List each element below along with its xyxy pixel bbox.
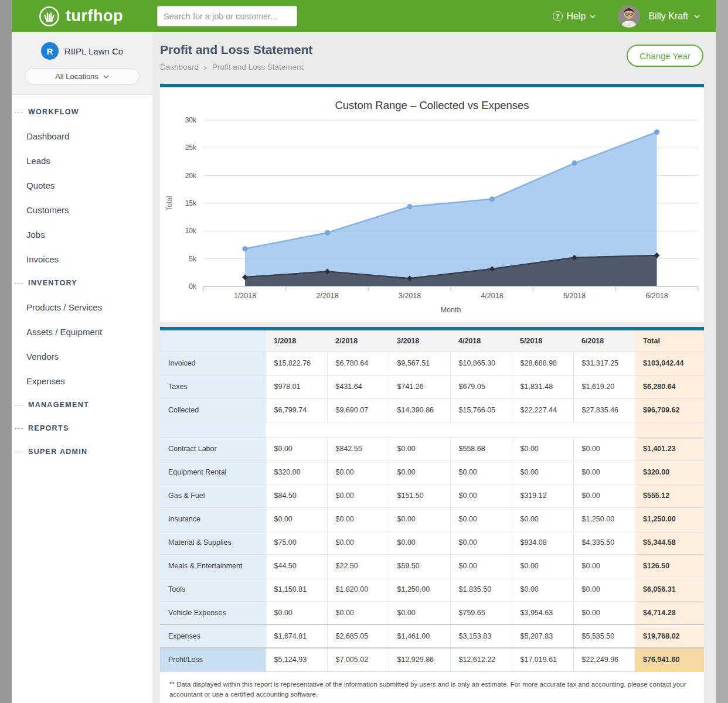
sidebar-item-customers[interactable]: Customers [12,197,152,222]
dashes-icon [15,428,23,429]
sidebar-section-super-admin[interactable]: SUPER ADMIN [12,440,152,463]
help-label: Help [567,11,586,22]
dashes-icon [15,112,23,112]
sidebar-item-leads[interactable]: Leads [12,148,152,173]
location-selector[interactable]: All Locations [25,68,140,85]
value-cell: $934.08 [512,531,573,554]
total-cell: $1,250.00 [635,507,704,531]
dashes-icon [15,283,23,284]
table-header-cell: 2/2018 [327,330,389,352]
user-chevron-down-icon[interactable] [694,13,700,19]
breadcrumb-separator-icon: › [204,62,207,72]
value-cell: $320.00 [266,460,327,484]
row-label: Meals & Entertainment [160,554,266,578]
total-cell: $4,714.28 [635,601,704,624]
table-row: Collected$6,799.74$9,690.07$14,390.86$15… [160,398,704,422]
sidebar-item-invoices[interactable]: Invoices [12,247,152,271]
chart-card: Custom Range – Collected vs Expenses 0k5… [160,84,704,322]
value-cell: $0.00 [512,437,573,460]
breadcrumb: Dashboard › Profit and Loss Statement [160,62,704,72]
total-cell: $103,042.44 [635,352,704,375]
dashes-icon [15,405,23,405]
value-cell: $1,831.48 [512,375,573,398]
user-name: Billy Kraft [648,11,688,22]
breadcrumb-dashboard[interactable]: Dashboard [160,63,199,71]
value-cell: $558.68 [450,437,512,460]
table-row: Expenses$1,674.81$2,685.05$1,461.00$3,15… [160,624,704,648]
value-cell: $842.55 [327,437,389,460]
table-header-cell: 5/2018 [512,330,573,352]
sidebar-item-jobs[interactable]: Jobs [12,222,152,247]
row-label: Vehicle Expenses [160,601,266,624]
value-cell: $0.00 [389,601,450,624]
value-cell: $978.01 [266,375,327,398]
value-cell: $9,690.07 [327,398,389,422]
org-name: RIIPL Lawn Co [64,46,123,56]
sidebar-section-label: SUPER ADMIN [28,448,87,456]
table-header-row: 1/20182/20183/20184/20185/20186/2018Tota… [160,330,704,352]
chart-title: Custom Range – Collected vs Expenses [160,87,704,112]
page-title: Profit and Loss Statement [160,43,704,57]
value-cell: $3,153.83 [450,624,512,648]
total-cell: $126.50 [635,554,704,578]
user-avatar[interactable] [618,5,640,28]
sidebar-item-products-services[interactable]: Products / Services [12,295,152,319]
table-row: Meals & Entertainment$44.50$22.50$59.50$… [160,554,704,578]
change-year-button[interactable]: Change Year [627,45,703,67]
value-cell: $431.64 [327,375,389,398]
chevron-down-icon [103,74,109,80]
org-avatar: R [41,42,59,60]
value-cell: $0.00 [512,460,573,484]
sidebar-section-label: WORKFLOW [28,108,79,116]
sidebar-item-quotes[interactable]: Quotes [12,173,152,197]
value-cell: $9,567.51 [389,352,450,375]
profit-loss-table: 1/20182/20183/20184/20185/20186/2018Tota… [160,330,704,672]
total-cell: $1,401.23 [635,437,704,460]
value-cell: $28,688.98 [512,352,573,375]
table-row: Insurance$0.00$0.00$0.00$0.00$0.00$1,250… [160,507,704,531]
svg-text:Month: Month [441,306,461,314]
row-label: Profit/Loss [160,648,266,671]
value-cell: $0.00 [266,601,327,624]
svg-text:20k: 20k [185,172,197,180]
value-cell: $14,390.86 [389,398,450,422]
value-cell: $1,835.50 [450,578,512,601]
table-header-cell: 4/2018 [450,330,512,352]
svg-text:2/2018: 2/2018 [316,292,338,300]
sidebar-item-assets-equipment[interactable]: Assets / Equipment [12,319,152,344]
search-input[interactable] [157,6,297,26]
brand-name: turfhop [66,7,123,25]
spacer-cell [266,422,635,437]
row-label: Contract Labor [160,437,266,460]
sidebar-section-reports[interactable]: REPORTS [12,417,152,440]
value-cell: $1,250.00 [573,507,635,531]
sidebar-item-expenses[interactable]: Expenses [12,368,152,393]
svg-text:1/2018: 1/2018 [234,292,256,300]
value-cell: $7,005.02 [327,648,389,671]
value-cell: $22.50 [327,554,389,578]
brand-logo[interactable]: turfhop [38,5,123,28]
value-cell: $0.00 [512,578,573,601]
sidebar-section-management[interactable]: MANAGEMENT [12,393,152,417]
table-row: Material & Supplies$75.00$0.00$0.00$0.00… [160,531,704,554]
main-content: Profit and Loss Statement Dashboard › Pr… [152,32,716,703]
value-cell: $0.00 [389,531,450,554]
value-cell: $6,799.74 [266,398,327,422]
value-cell: $0.00 [327,460,389,484]
sidebar-item-dashboard[interactable]: Dashboard [12,124,152,148]
svg-text:6/2018: 6/2018 [645,292,668,300]
value-cell: $0.00 [389,507,450,531]
value-cell: $15,822.76 [266,352,327,375]
value-cell: $1,250.00 [389,578,450,601]
sidebar-item-vendors[interactable]: Vendors [12,344,152,368]
row-label: Equipment Rental [160,460,266,484]
value-cell: $31,317.25 [573,352,635,375]
value-cell: $27,835.46 [573,398,635,422]
help-menu[interactable]: ? Help [553,11,596,22]
sidebar-section-inventory[interactable]: INVENTORY [12,271,152,295]
value-cell: $1,820.00 [327,578,389,601]
sidebar-section-workflow[interactable]: WORKFLOW [12,100,152,124]
value-cell: $0.00 [389,460,450,484]
value-cell: $75.00 [266,531,327,554]
table-row: Vehicle Expenses$0.00$0.00$0.00$759.65$3… [160,601,704,624]
